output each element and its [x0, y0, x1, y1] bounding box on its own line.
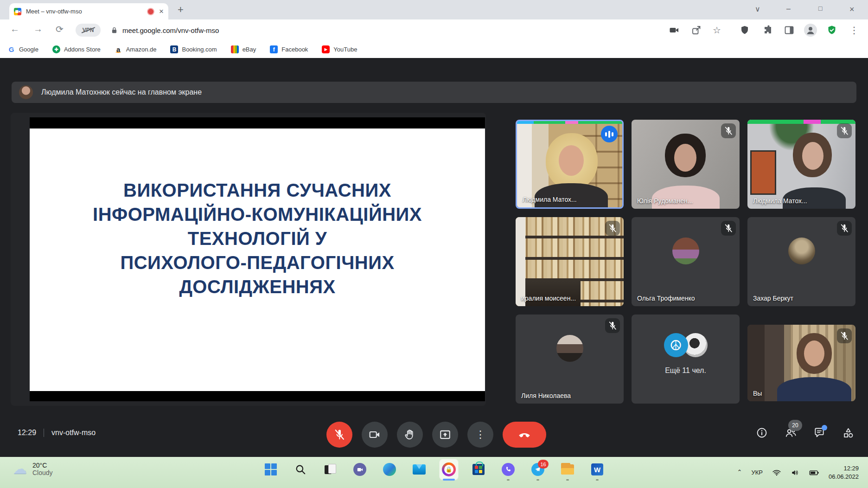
new-tab-button[interactable]: + — [178, 4, 184, 16]
mic-muted-icon — [837, 328, 852, 343]
bookmark-star-icon[interactable]: ☆ — [713, 25, 724, 36]
self-view-tile[interactable]: Вы — [747, 325, 855, 401]
presentation-stage[interactable]: ВИКОРИСТАННЯ СУЧАСНИХ ІНФОРМАЦІЙНО-КОМУН… — [11, 113, 486, 406]
participant-tile[interactable]: иралия моисеен... — [516, 217, 624, 306]
leave-call-button[interactable] — [503, 422, 546, 448]
participant-tile-speaking[interactable]: Людмила Матох... — [516, 120, 624, 209]
tab-meet[interactable]: Meet – vnv-otfw-mso × — [9, 3, 168, 19]
slide-title-text: ВИКОРИСТАННЯ СУЧАСНИХ ІНФОРМАЦІЙНО-КОМУН… — [93, 178, 422, 299]
video-background — [525, 279, 581, 306]
meeting-details-button[interactable] — [756, 427, 768, 439]
teams-chat-button[interactable] — [351, 459, 369, 480]
more-options-button[interactable]: ⋮ — [467, 422, 493, 448]
chat-panel-button[interactable] — [813, 427, 825, 439]
speaking-indicator-icon — [601, 126, 618, 142]
bookmark-label: Google — [19, 46, 38, 53]
forward-button[interactable]: → — [33, 24, 43, 34]
window-minimize-button[interactable]: – — [786, 5, 791, 13]
side-panel-icon[interactable] — [784, 25, 795, 36]
telegram-button[interactable]: 16 — [529, 459, 547, 480]
mic-muted-icon — [721, 123, 736, 138]
participant-tile[interactable]: Юлія Рудоманен... — [632, 120, 740, 209]
people-panel-button[interactable]: 20 — [785, 427, 797, 439]
volume-icon[interactable] — [791, 468, 800, 477]
bookmark-google[interactable]: G Google — [7, 45, 38, 53]
lock-icon — [110, 26, 118, 34]
bookmark-facebook[interactable]: f Facebook — [270, 45, 308, 53]
meet-favicon — [14, 8, 21, 15]
tab-close-icon[interactable]: × — [159, 7, 164, 15]
participant-tile[interactable]: Лиля Николаева — [516, 315, 624, 404]
share-icon[interactable] — [691, 25, 702, 36]
mail-app-button[interactable] — [410, 459, 428, 480]
more-participants-tile[interactable]: ☮ Ещё 11 чел. — [632, 315, 740, 404]
bookmark-label: Booking.com — [182, 46, 217, 53]
activities-button[interactable] — [842, 427, 854, 439]
weather-temp: 20°C — [32, 462, 53, 469]
wifi-icon[interactable] — [772, 468, 781, 477]
task-view-button[interactable] — [321, 459, 339, 480]
tray-clock[interactable]: 12:29 06.06.2022 — [829, 464, 859, 481]
edge-browser-button[interactable] — [380, 459, 399, 480]
tray-overflow-chevron-icon[interactable]: ⌃ — [737, 469, 742, 475]
extensions-puzzle-icon[interactable] — [762, 25, 773, 36]
avatar-peace-icon: ☮ — [664, 333, 688, 357]
active-browser-button[interactable]: 🔒 — [440, 459, 458, 480]
bookmark-label: Facebook — [281, 46, 308, 53]
taskbar-weather-widget[interactable]: ☁ 20°C Cloudy — [13, 461, 53, 477]
participant-tile[interactable]: Людмила Матох... — [747, 120, 855, 209]
tray-time: 12:29 — [829, 464, 859, 473]
extension-shield-icon[interactable] — [739, 25, 750, 36]
person-silhouette — [674, 144, 696, 172]
person-silhouette — [559, 145, 584, 176]
bookmark-amazon[interactable]: a Amazon.de — [115, 45, 157, 53]
battery-icon[interactable] — [809, 468, 819, 478]
mic-muted-icon — [721, 221, 736, 236]
taskbar-search-button[interactable] — [291, 459, 310, 480]
viber-button[interactable] — [499, 459, 517, 480]
mic-toggle-button[interactable] — [326, 422, 352, 448]
word-icon: W — [591, 463, 603, 475]
bookmarks-bar: G Google ✚ Addons Store a Amazon.de B Bo… — [0, 41, 868, 58]
window-maximize-button[interactable]: □ — [818, 5, 822, 12]
participant-tile[interactable]: Захар Беркут — [747, 217, 855, 306]
vpn-extension-badge[interactable]: VPN — [76, 24, 101, 37]
video-glitch-strip — [517, 121, 622, 124]
reload-button[interactable]: ⟳ — [56, 24, 64, 35]
more-participants-avatars: ☮ — [632, 333, 740, 357]
file-explorer-button[interactable] — [558, 459, 577, 480]
browser-tab-bar: Meet – vnv-otfw-mso × + ∨ – □ × — [0, 0, 868, 19]
antivirus-shield-icon[interactable] — [826, 25, 837, 36]
more-participants-label: Ещё 11 чел. — [632, 366, 740, 375]
meeting-code: vnv-otfw-mso — [51, 429, 96, 437]
mail-icon — [413, 464, 426, 475]
address-bar[interactable]: meet.google.com/vnv-otfw-mso — [110, 24, 219, 37]
raise-hand-button[interactable] — [397, 422, 423, 448]
youtube-icon: ▶ — [322, 45, 330, 53]
bookmark-addons-store[interactable]: ✚ Addons Store — [52, 45, 101, 53]
bookmark-ebay[interactable]: eBay — [231, 45, 256, 53]
self-label: Вы — [753, 390, 762, 397]
tab-search-chevron-icon[interactable]: ∨ — [755, 5, 760, 13]
facebook-icon: f — [270, 45, 278, 53]
browser-menu-kebab-icon[interactable]: ⋮ — [849, 25, 860, 36]
person-silhouette — [804, 340, 824, 366]
tab-camera-in-use-icon[interactable] — [669, 25, 680, 36]
bookmark-booking[interactable]: B Booking.com — [170, 45, 217, 53]
start-button[interactable] — [262, 459, 280, 480]
present-button[interactable] — [432, 422, 458, 448]
profile-avatar-button[interactable] — [804, 24, 817, 37]
window-close-button[interactable]: × — [849, 5, 855, 14]
call-controls: ⋮ — [326, 422, 546, 448]
bookmark-label: eBay — [243, 46, 256, 53]
weather-condition: Cloudy — [32, 469, 53, 476]
ms-store-button[interactable] — [469, 459, 488, 480]
meet-control-bar: 12:29 vnv-otfw-mso ⋮ 20 — [0, 413, 868, 457]
url-text[interactable]: meet.google.com/vnv-otfw-mso — [122, 26, 219, 34]
camera-toggle-button[interactable] — [362, 422, 388, 448]
participant-tile[interactable]: Ольга Трофименко — [632, 217, 740, 306]
keyboard-language[interactable]: УКР — [751, 469, 763, 476]
bookmark-youtube[interactable]: ▶ YouTube — [322, 45, 357, 53]
back-button[interactable]: ← — [10, 24, 19, 34]
word-button[interactable]: W — [588, 459, 606, 480]
